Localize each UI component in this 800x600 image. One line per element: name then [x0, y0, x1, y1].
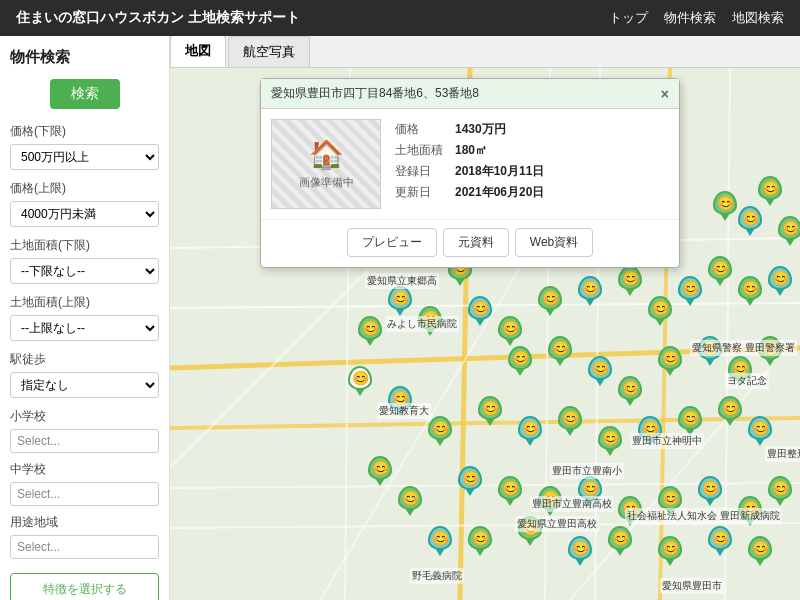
- marker-13[interactable]: [576, 276, 604, 308]
- popup-image-label: 画像準備中: [299, 175, 354, 190]
- marker-37[interactable]: [386, 386, 414, 418]
- marker-10[interactable]: [466, 296, 494, 328]
- sidebar-title: 物件検索: [10, 48, 159, 67]
- marker-43[interactable]: [576, 476, 604, 508]
- marker-face-11: [498, 316, 522, 340]
- marker-32[interactable]: [636, 416, 664, 448]
- filter-label-1: 価格(上限): [10, 180, 159, 197]
- marker-11[interactable]: [496, 316, 524, 348]
- filter-select-4[interactable]: 指定なし: [10, 372, 159, 398]
- filter-text-6[interactable]: Select...: [10, 482, 159, 506]
- marker-59[interactable]: [711, 191, 739, 223]
- filter-select-3[interactable]: --上限なし--: [10, 315, 159, 341]
- marker-face-39: [398, 486, 422, 510]
- nav-property-search[interactable]: 物件検索: [664, 9, 716, 27]
- marker-50[interactable]: [466, 526, 494, 558]
- marker-42[interactable]: [536, 486, 564, 518]
- search-button[interactable]: 検索: [50, 79, 120, 109]
- marker-34[interactable]: [716, 396, 744, 428]
- marker-31[interactable]: [596, 426, 624, 458]
- marker-24[interactable]: [656, 346, 684, 378]
- marker-17[interactable]: [706, 256, 734, 288]
- marker-face-47: [738, 496, 762, 520]
- marker-face-38: [368, 456, 392, 480]
- marker-38[interactable]: [366, 456, 394, 488]
- marker-49[interactable]: [426, 526, 454, 558]
- marker-face-10: [468, 296, 492, 320]
- marker-61[interactable]: [346, 366, 374, 398]
- popup-close-button[interactable]: ×: [661, 86, 669, 102]
- marker-56[interactable]: [746, 536, 774, 568]
- popup-btn-2[interactable]: Web資料: [515, 228, 593, 257]
- sidebar: 物件検索 検索 価格(下限)500万円以上価格(上限)4000万円未満土地面積(…: [0, 36, 170, 600]
- marker-face-7: [388, 286, 412, 310]
- marker-9[interactable]: [416, 306, 444, 338]
- marker-face-17: [708, 256, 732, 280]
- filter-select-0[interactable]: 500万円以上: [10, 144, 159, 170]
- popup-btn-0[interactable]: プレビュー: [347, 228, 437, 257]
- marker-22[interactable]: [586, 356, 614, 388]
- property-popup: 愛知県豊田市四丁目84番地6、53番地8 × 🏠 画像準備中 価格1430万円土…: [260, 78, 680, 268]
- filter-label-4: 駅徒歩: [10, 351, 159, 368]
- marker-face-53: [608, 526, 632, 550]
- popup-address: 愛知県豊田市四丁目84番地6、53番地8: [271, 85, 479, 102]
- map-area: 地図 航空写真: [170, 36, 800, 600]
- nav-map-search[interactable]: 地図検索: [732, 9, 784, 27]
- marker-55[interactable]: [706, 526, 734, 558]
- marker-18[interactable]: [736, 276, 764, 308]
- marker-face-19: [768, 266, 792, 290]
- marker-12[interactable]: [536, 286, 564, 318]
- marker-27[interactable]: [756, 336, 784, 368]
- marker-60[interactable]: [756, 176, 784, 208]
- filter-select-1[interactable]: 4000万円未満: [10, 201, 159, 227]
- marker-39[interactable]: [396, 486, 424, 518]
- popup-btn-1[interactable]: 元資料: [443, 228, 509, 257]
- marker-14[interactable]: [616, 266, 644, 298]
- marker-face-24: [658, 346, 682, 370]
- marker-35[interactable]: [746, 416, 774, 448]
- marker-47[interactable]: [736, 496, 764, 528]
- popup-detail-key: 土地面積: [395, 140, 455, 161]
- marker-face-45: [658, 486, 682, 510]
- marker-25[interactable]: [696, 336, 724, 368]
- marker-26[interactable]: [726, 356, 754, 388]
- marker-face-31: [598, 426, 622, 450]
- filter-text-7[interactable]: Select...: [10, 535, 159, 559]
- marker-8[interactable]: [356, 316, 384, 348]
- marker-21[interactable]: [546, 336, 574, 368]
- marker-52[interactable]: [566, 536, 594, 568]
- marker-16[interactable]: [676, 276, 704, 308]
- marker-29[interactable]: [516, 416, 544, 448]
- marker-36[interactable]: [426, 416, 454, 448]
- tab-map[interactable]: 地図: [170, 36, 226, 67]
- marker-41[interactable]: [496, 476, 524, 508]
- marker-20[interactable]: [506, 346, 534, 378]
- marker-28[interactable]: [476, 396, 504, 428]
- popup-image-placeholder: 🏠 画像準備中: [271, 119, 381, 209]
- filter-select-2[interactable]: --下限なし--: [10, 258, 159, 284]
- marker-53[interactable]: [606, 526, 634, 558]
- marker-33[interactable]: [676, 406, 704, 438]
- tab-aerial[interactable]: 航空写真: [228, 36, 310, 67]
- marker-face-58: [738, 206, 762, 230]
- marker-54[interactable]: [656, 536, 684, 568]
- marker-58[interactable]: [736, 206, 764, 238]
- marker-48[interactable]: [766, 476, 794, 508]
- marker-face-21: [548, 336, 572, 360]
- marker-57[interactable]: [776, 216, 800, 248]
- marker-15[interactable]: [646, 296, 674, 328]
- nav-top[interactable]: トップ: [609, 9, 648, 27]
- marker-51[interactable]: [516, 516, 544, 548]
- marker-7[interactable]: [386, 286, 414, 318]
- marker-45[interactable]: [656, 486, 684, 518]
- marker-40[interactable]: [456, 466, 484, 498]
- marker-46[interactable]: [696, 476, 724, 508]
- marker-face-14: [618, 266, 642, 290]
- filter-text-5[interactable]: Select...: [10, 429, 159, 453]
- popup-detail-row: 土地面積180㎡: [395, 140, 669, 161]
- marker-23[interactable]: [616, 376, 644, 408]
- special-features-button[interactable]: 特徴を選択する: [10, 573, 159, 600]
- marker-44[interactable]: [616, 496, 644, 528]
- marker-30[interactable]: [556, 406, 584, 438]
- marker-19[interactable]: [766, 266, 794, 298]
